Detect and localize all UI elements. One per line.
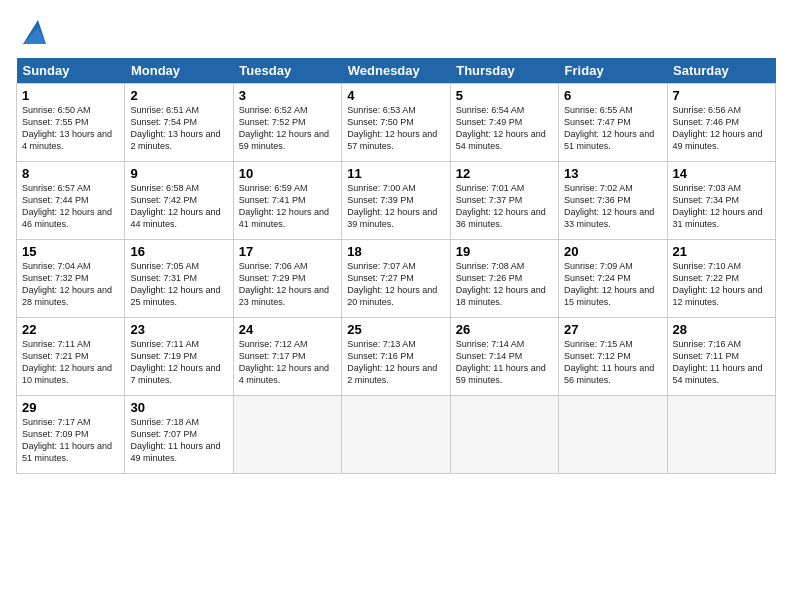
day-info: Sunrise: 6:57 AMSunset: 7:44 PMDaylight:… xyxy=(22,182,119,231)
day-info: Sunrise: 7:06 AMSunset: 7:29 PMDaylight:… xyxy=(239,260,336,309)
day-info: Sunrise: 7:11 AMSunset: 7:19 PMDaylight:… xyxy=(130,338,227,387)
day-info: Sunrise: 6:53 AMSunset: 7:50 PMDaylight:… xyxy=(347,104,444,153)
calendar-day-cell: 14Sunrise: 7:03 AMSunset: 7:34 PMDayligh… xyxy=(667,162,775,240)
day-number: 2 xyxy=(130,88,227,103)
calendar-day-cell: 25Sunrise: 7:13 AMSunset: 7:16 PMDayligh… xyxy=(342,318,450,396)
calendar-week-row: 29Sunrise: 7:17 AMSunset: 7:09 PMDayligh… xyxy=(17,396,776,474)
calendar-day-cell: 21Sunrise: 7:10 AMSunset: 7:22 PMDayligh… xyxy=(667,240,775,318)
day-number: 25 xyxy=(347,322,444,337)
day-number: 13 xyxy=(564,166,661,181)
day-info: Sunrise: 7:12 AMSunset: 7:17 PMDaylight:… xyxy=(239,338,336,387)
calendar-day-cell xyxy=(233,396,341,474)
day-info: Sunrise: 7:04 AMSunset: 7:32 PMDaylight:… xyxy=(22,260,119,309)
day-info: Sunrise: 7:03 AMSunset: 7:34 PMDaylight:… xyxy=(673,182,770,231)
logo-icon xyxy=(18,16,48,46)
calendar-day-cell xyxy=(559,396,667,474)
calendar-day-cell: 17Sunrise: 7:06 AMSunset: 7:29 PMDayligh… xyxy=(233,240,341,318)
day-number: 27 xyxy=(564,322,661,337)
day-number: 5 xyxy=(456,88,553,103)
calendar-day-cell: 22Sunrise: 7:11 AMSunset: 7:21 PMDayligh… xyxy=(17,318,125,396)
calendar-week-row: 1Sunrise: 6:50 AMSunset: 7:55 PMDaylight… xyxy=(17,84,776,162)
calendar-day-cell: 19Sunrise: 7:08 AMSunset: 7:26 PMDayligh… xyxy=(450,240,558,318)
day-info: Sunrise: 7:08 AMSunset: 7:26 PMDaylight:… xyxy=(456,260,553,309)
calendar-day-header: Thursday xyxy=(450,58,558,84)
day-info: Sunrise: 6:58 AMSunset: 7:42 PMDaylight:… xyxy=(130,182,227,231)
day-info: Sunrise: 6:52 AMSunset: 7:52 PMDaylight:… xyxy=(239,104,336,153)
calendar-day-cell: 11Sunrise: 7:00 AMSunset: 7:39 PMDayligh… xyxy=(342,162,450,240)
day-number: 4 xyxy=(347,88,444,103)
calendar-day-cell xyxy=(342,396,450,474)
day-info: Sunrise: 6:54 AMSunset: 7:49 PMDaylight:… xyxy=(456,104,553,153)
day-info: Sunrise: 7:16 AMSunset: 7:11 PMDaylight:… xyxy=(673,338,770,387)
day-number: 16 xyxy=(130,244,227,259)
day-info: Sunrise: 7:02 AMSunset: 7:36 PMDaylight:… xyxy=(564,182,661,231)
day-info: Sunrise: 7:13 AMSunset: 7:16 PMDaylight:… xyxy=(347,338,444,387)
calendar-day-cell xyxy=(667,396,775,474)
calendar-day-cell: 4Sunrise: 6:53 AMSunset: 7:50 PMDaylight… xyxy=(342,84,450,162)
calendar-day-header: Wednesday xyxy=(342,58,450,84)
day-info: Sunrise: 7:07 AMSunset: 7:27 PMDaylight:… xyxy=(347,260,444,309)
day-number: 20 xyxy=(564,244,661,259)
calendar-day-cell: 16Sunrise: 7:05 AMSunset: 7:31 PMDayligh… xyxy=(125,240,233,318)
day-number: 1 xyxy=(22,88,119,103)
calendar-week-row: 22Sunrise: 7:11 AMSunset: 7:21 PMDayligh… xyxy=(17,318,776,396)
calendar-day-cell: 15Sunrise: 7:04 AMSunset: 7:32 PMDayligh… xyxy=(17,240,125,318)
day-number: 12 xyxy=(456,166,553,181)
calendar-day-cell: 10Sunrise: 6:59 AMSunset: 7:41 PMDayligh… xyxy=(233,162,341,240)
day-info: Sunrise: 7:14 AMSunset: 7:14 PMDaylight:… xyxy=(456,338,553,387)
calendar-day-cell: 24Sunrise: 7:12 AMSunset: 7:17 PMDayligh… xyxy=(233,318,341,396)
day-number: 18 xyxy=(347,244,444,259)
day-number: 26 xyxy=(456,322,553,337)
day-number: 15 xyxy=(22,244,119,259)
day-number: 24 xyxy=(239,322,336,337)
calendar-header-row: SundayMondayTuesdayWednesdayThursdayFrid… xyxy=(17,58,776,84)
day-number: 9 xyxy=(130,166,227,181)
day-info: Sunrise: 7:11 AMSunset: 7:21 PMDaylight:… xyxy=(22,338,119,387)
day-number: 23 xyxy=(130,322,227,337)
calendar-day-header: Monday xyxy=(125,58,233,84)
day-number: 8 xyxy=(22,166,119,181)
day-number: 19 xyxy=(456,244,553,259)
day-number: 21 xyxy=(673,244,770,259)
day-number: 22 xyxy=(22,322,119,337)
day-info: Sunrise: 7:15 AMSunset: 7:12 PMDaylight:… xyxy=(564,338,661,387)
day-info: Sunrise: 7:18 AMSunset: 7:07 PMDaylight:… xyxy=(130,416,227,465)
logo xyxy=(16,16,48,46)
header xyxy=(16,16,776,46)
day-number: 3 xyxy=(239,88,336,103)
calendar-day-cell: 8Sunrise: 6:57 AMSunset: 7:44 PMDaylight… xyxy=(17,162,125,240)
calendar-week-row: 15Sunrise: 7:04 AMSunset: 7:32 PMDayligh… xyxy=(17,240,776,318)
calendar-day-cell: 27Sunrise: 7:15 AMSunset: 7:12 PMDayligh… xyxy=(559,318,667,396)
calendar-day-cell: 9Sunrise: 6:58 AMSunset: 7:42 PMDaylight… xyxy=(125,162,233,240)
calendar-day-cell: 6Sunrise: 6:55 AMSunset: 7:47 PMDaylight… xyxy=(559,84,667,162)
calendar-day-header: Sunday xyxy=(17,58,125,84)
day-info: Sunrise: 6:51 AMSunset: 7:54 PMDaylight:… xyxy=(130,104,227,153)
page-container: SundayMondayTuesdayWednesdayThursdayFrid… xyxy=(0,0,792,482)
calendar-day-cell: 1Sunrise: 6:50 AMSunset: 7:55 PMDaylight… xyxy=(17,84,125,162)
day-info: Sunrise: 6:59 AMSunset: 7:41 PMDaylight:… xyxy=(239,182,336,231)
day-number: 11 xyxy=(347,166,444,181)
calendar-day-cell: 23Sunrise: 7:11 AMSunset: 7:19 PMDayligh… xyxy=(125,318,233,396)
calendar-day-cell: 5Sunrise: 6:54 AMSunset: 7:49 PMDaylight… xyxy=(450,84,558,162)
day-number: 10 xyxy=(239,166,336,181)
calendar-day-cell xyxy=(450,396,558,474)
day-info: Sunrise: 6:56 AMSunset: 7:46 PMDaylight:… xyxy=(673,104,770,153)
day-number: 29 xyxy=(22,400,119,415)
day-number: 28 xyxy=(673,322,770,337)
calendar-day-cell: 3Sunrise: 6:52 AMSunset: 7:52 PMDaylight… xyxy=(233,84,341,162)
calendar-day-header: Tuesday xyxy=(233,58,341,84)
calendar-day-cell: 13Sunrise: 7:02 AMSunset: 7:36 PMDayligh… xyxy=(559,162,667,240)
calendar-week-row: 8Sunrise: 6:57 AMSunset: 7:44 PMDaylight… xyxy=(17,162,776,240)
calendar-day-header: Friday xyxy=(559,58,667,84)
day-info: Sunrise: 7:17 AMSunset: 7:09 PMDaylight:… xyxy=(22,416,119,465)
day-number: 17 xyxy=(239,244,336,259)
calendar-table: SundayMondayTuesdayWednesdayThursdayFrid… xyxy=(16,58,776,474)
calendar-day-cell: 29Sunrise: 7:17 AMSunset: 7:09 PMDayligh… xyxy=(17,396,125,474)
day-number: 14 xyxy=(673,166,770,181)
day-number: 7 xyxy=(673,88,770,103)
day-info: Sunrise: 7:10 AMSunset: 7:22 PMDaylight:… xyxy=(673,260,770,309)
calendar-day-cell: 12Sunrise: 7:01 AMSunset: 7:37 PMDayligh… xyxy=(450,162,558,240)
day-number: 6 xyxy=(564,88,661,103)
day-info: Sunrise: 6:50 AMSunset: 7:55 PMDaylight:… xyxy=(22,104,119,153)
calendar-day-cell: 18Sunrise: 7:07 AMSunset: 7:27 PMDayligh… xyxy=(342,240,450,318)
